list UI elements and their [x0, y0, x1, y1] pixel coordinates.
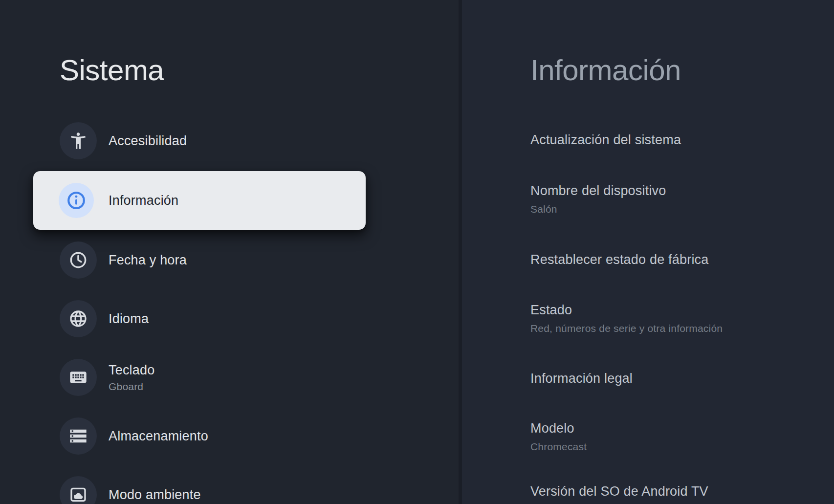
sidebar-item-label: Fecha y hora: [109, 253, 187, 267]
ambient-mode-icon: [60, 476, 97, 504]
accessibility-icon: [60, 122, 97, 159]
sidebar-item-label: Modo ambiente: [109, 487, 201, 502]
detail-item-label: Versión del SO de Android TV: [530, 483, 824, 500]
globe-icon: [60, 300, 97, 337]
detail-item-value: Chromecast: [530, 440, 824, 453]
sidebar-item-label: Teclado: [109, 363, 154, 377]
sidebar-item-almacenamiento[interactable]: Almacenamiento: [0, 409, 430, 463]
sidebar-item-accesibilidad[interactable]: Accesibilidad: [0, 113, 430, 168]
detail-item-label: Estado: [530, 302, 824, 318]
sidebar-item-informacion-selected[interactable]: Información: [33, 171, 366, 230]
detail-item-actualizacion-del-sistema[interactable]: Actualización del sistema: [530, 131, 824, 148]
detail-item-label: Información legal: [530, 370, 824, 387]
page-title: Sistema: [60, 55, 164, 86]
detail-item-restablecer-estado-de-fabrica[interactable]: Restablecer estado de fábrica: [530, 251, 824, 268]
detail-item-version-so-android-tv[interactable]: Versión del SO de Android TV: [530, 483, 824, 500]
keyboard-icon: [60, 359, 97, 396]
sidebar-item-sublabel: Gboard: [109, 381, 154, 393]
detail-item-value: Red, números de serie y otra información: [530, 322, 824, 335]
clock-icon: [60, 241, 97, 279]
detail-item-nombre-del-dispositivo[interactable]: Nombre del dispositivo Salón: [530, 182, 824, 216]
sidebar-item-fecha-y-hora[interactable]: Fecha y hora: [0, 233, 430, 287]
sidebar-item-teclado[interactable]: Teclado Gboard: [0, 350, 430, 405]
detail-item-value: Salón: [530, 203, 824, 216]
panel-divider: [459, 0, 462, 504]
detail-item-label: Actualización del sistema: [530, 131, 824, 148]
info-icon: [59, 183, 94, 218]
sidebar-item-idioma[interactable]: Idioma: [0, 291, 430, 346]
sidebar-item-label: Idioma: [109, 311, 149, 326]
sidebar-item-modo-ambiente[interactable]: Modo ambiente: [0, 467, 430, 504]
detail-item-modelo[interactable]: Modelo Chromecast: [530, 420, 824, 453]
detail-item-informacion-legal[interactable]: Información legal: [530, 370, 824, 387]
sidebar-item-label: Accesibilidad: [109, 133, 187, 148]
sidebar-item-label-selected: Información: [109, 193, 178, 208]
detail-item-estado[interactable]: Estado Red, números de serie y otra info…: [530, 302, 824, 335]
detail-panel-title: Información: [530, 55, 681, 86]
storage-icon: [60, 417, 97, 455]
sidebar-item-label: Almacenamiento: [109, 429, 208, 443]
detail-item-label: Restablecer estado de fábrica: [530, 251, 824, 268]
detail-item-label: Nombre del dispositivo: [530, 182, 824, 199]
detail-item-label: Modelo: [530, 420, 824, 437]
